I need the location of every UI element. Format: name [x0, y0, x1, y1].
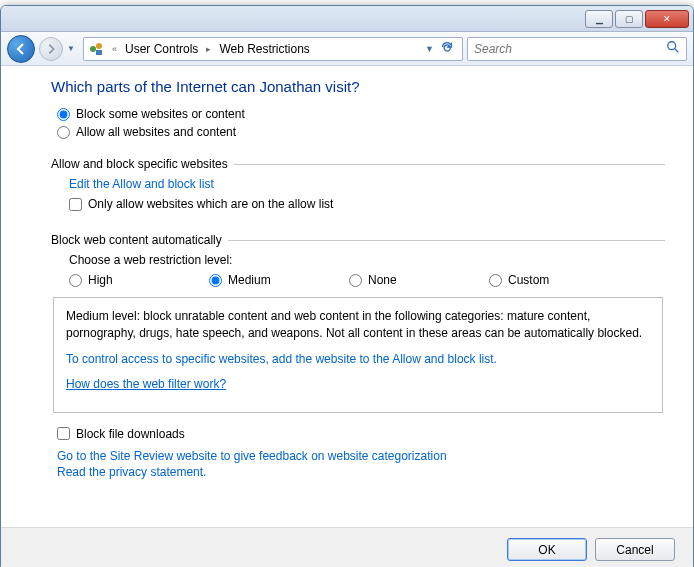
- level-description-box: Medium level: block unratable content an…: [53, 297, 663, 413]
- radio-allow-all-label: Allow all websites and content: [76, 125, 236, 139]
- refresh-icon: [440, 40, 454, 54]
- radio-medium[interactable]: Medium: [209, 273, 349, 287]
- legend-auto: Block web content automatically: [51, 233, 222, 247]
- restriction-level-group: High Medium None Custom: [69, 273, 665, 287]
- radio-high[interactable]: High: [69, 273, 209, 287]
- radio-block-some-input[interactable]: [57, 108, 70, 121]
- maximize-button[interactable]: ▢: [615, 10, 643, 28]
- refresh-button[interactable]: [436, 40, 458, 57]
- how-filter-works-link[interactable]: How does the web filter work?: [66, 376, 650, 393]
- arrow-right-icon: [45, 43, 57, 55]
- navigation-bar: ▼ « User Controls ▸ Web Restrictions ▼: [1, 32, 693, 66]
- search-box[interactable]: [467, 37, 687, 61]
- radio-allow-all-input[interactable]: [57, 126, 70, 139]
- svg-point-3: [668, 42, 676, 50]
- level-description-text: Medium level: block unratable content an…: [66, 308, 650, 343]
- crumb-collapse[interactable]: «: [108, 44, 121, 54]
- radio-none[interactable]: None: [349, 273, 489, 287]
- recent-dropdown[interactable]: ▼: [67, 44, 79, 53]
- check-only-allow-label: Only allow websites which are on the all…: [88, 197, 333, 211]
- section-block-auto: Block web content automatically Choose a…: [51, 233, 665, 413]
- page-title: Which parts of the Internet can Jonathan…: [51, 78, 665, 95]
- radio-block-some-label: Block some websites or content: [76, 107, 245, 121]
- window: ▁ ▢ ✕ ▼ « User Controls ▸ Web Restrictio…: [0, 5, 694, 567]
- radio-allow-all[interactable]: Allow all websites and content: [57, 125, 665, 139]
- button-bar: OK Cancel: [1, 527, 693, 567]
- svg-rect-2: [96, 50, 102, 55]
- svg-point-1: [96, 43, 102, 49]
- titlebar: ▁ ▢ ✕: [1, 6, 693, 32]
- back-button[interactable]: [7, 35, 35, 63]
- cancel-button[interactable]: Cancel: [595, 538, 675, 561]
- check-block-downloads[interactable]: Block file downloads: [57, 427, 665, 441]
- check-only-allow[interactable]: Only allow websites which are on the all…: [69, 197, 665, 211]
- check-block-downloads-input[interactable]: [57, 427, 70, 440]
- legend-specific: Allow and block specific websites: [51, 157, 228, 171]
- choose-level-label: Choose a web restriction level:: [69, 253, 665, 267]
- forward-button[interactable]: [39, 37, 63, 61]
- edit-allow-block-link[interactable]: Edit the Allow and block list: [69, 177, 665, 191]
- check-block-downloads-label: Block file downloads: [76, 427, 185, 441]
- privacy-link[interactable]: Read the privacy statement.: [57, 465, 665, 479]
- svg-point-0: [90, 46, 96, 52]
- close-button[interactable]: ✕: [645, 10, 689, 28]
- content-area: Which parts of the Internet can Jonathan…: [1, 66, 693, 527]
- radio-custom[interactable]: Custom: [489, 273, 629, 287]
- location-icon: [88, 41, 104, 57]
- radio-block-some[interactable]: Block some websites or content: [57, 107, 665, 121]
- control-access-link[interactable]: To control access to specific websites, …: [66, 351, 650, 368]
- arrow-left-icon: [14, 42, 28, 56]
- site-review-link[interactable]: Go to the Site Review website to give fe…: [57, 449, 665, 463]
- chevron-right-icon[interactable]: ▸: [202, 44, 215, 54]
- crumb-user-controls[interactable]: User Controls: [125, 42, 198, 56]
- section-specific-websites: Allow and block specific websites Edit t…: [51, 157, 665, 215]
- search-input[interactable]: [474, 42, 666, 56]
- address-bar[interactable]: « User Controls ▸ Web Restrictions ▼: [83, 37, 463, 61]
- minimize-button[interactable]: ▁: [585, 10, 613, 28]
- crumb-web-restrictions[interactable]: Web Restrictions: [219, 42, 309, 56]
- address-dropdown[interactable]: ▼: [425, 44, 434, 54]
- check-only-allow-input[interactable]: [69, 198, 82, 211]
- svg-line-4: [675, 49, 679, 53]
- ok-button[interactable]: OK: [507, 538, 587, 561]
- search-icon[interactable]: [666, 40, 680, 57]
